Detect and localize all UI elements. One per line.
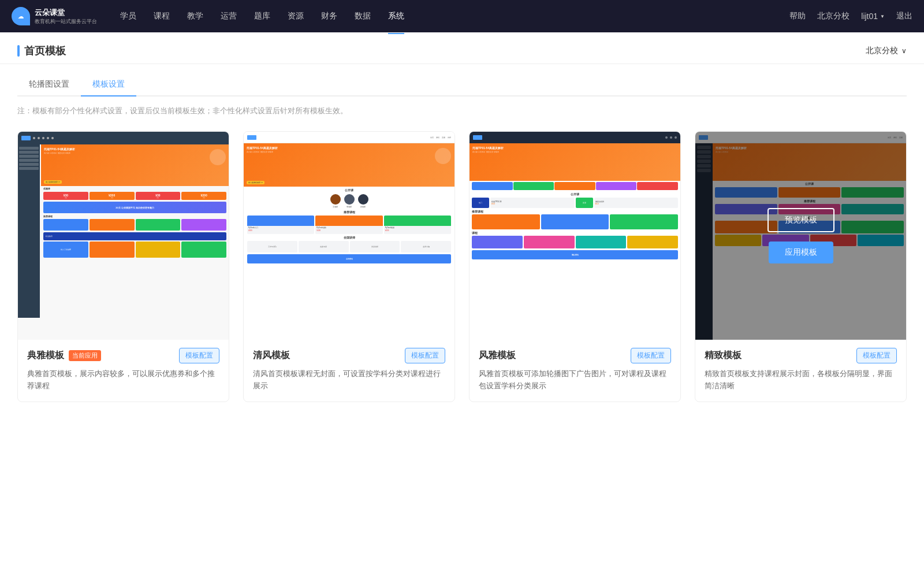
current-badge-elegant: 当前应用 <box>69 350 101 361</box>
template-card-fengya: 托福TP01-54真题及解析 四六级 口语考试 ·雅思北语 ·录取率 公开课 <box>469 131 681 402</box>
template-desc-refined: 精致首页模板支持课程展示封面，各模板分隔明显，界面简洁清晰 <box>705 368 897 392</box>
preview-button-breeze[interactable]: 预览模板 <box>316 208 383 232</box>
template-desc-elegant: 典雅首页模板，展示内容较多，可以展示优惠券和多个推荐课程 <box>27 368 219 392</box>
template-preview-refined[interactable]: 首页 课程 直播 <box>695 132 906 340</box>
template-card-breeze: 首页 课程 直播 讲师 托福TP01-54真题及解析 四六级 口语考试 ·雅思北… <box>243 131 455 402</box>
templates-grid: 托福TP01-54真题及解析 四六级 口语考试 ·雅思北语 ·录取率 插入题课程… <box>0 125 924 419</box>
config-button-elegant[interactable]: 模板配置 <box>179 348 219 363</box>
preview-button-fengya[interactable]: 预览模板 <box>542 208 609 232</box>
template-name-row-fengya: 风雅模板 模板配置 <box>479 348 671 363</box>
preview-button-refined[interactable]: 预览模板 <box>767 208 834 232</box>
nav-item-finance[interactable]: 财务 <box>321 9 337 24</box>
navigation: ☁ 云朵课堂 教育机构一站式服务云平台 学员 课程 教学 运营 题库 资源 财务… <box>0 0 924 32</box>
school-selector[interactable]: 北京分校 <box>866 46 907 56</box>
template-desc-fengya: 风雅首页模板可添加轮播图下广告图片，可对课程及课程包设置学科分类展示 <box>479 368 671 392</box>
nav-item-system[interactable]: 系统 <box>388 9 404 24</box>
tabs-container: 轮播图设置 模板设置 <box>0 64 924 96</box>
template-name-row-breeze: 清风模板 模板配置 <box>253 348 445 363</box>
template-info-elegant: 典雅模板 当前应用 模板配置 典雅首页模板，展示内容较多，可以展示优惠券和多个推… <box>18 340 229 402</box>
config-button-refined[interactable]: 模板配置 <box>856 348 897 363</box>
config-button-fengya[interactable]: 模板配置 <box>631 348 671 363</box>
nav-item-resources[interactable]: 资源 <box>288 9 304 24</box>
template-preview-breeze[interactable]: 首页 课程 直播 讲师 托福TP01-54真题及解析 四六级 口语考试 ·雅思北… <box>244 132 454 340</box>
nav-item-teaching[interactable]: 教学 <box>187 9 203 24</box>
tab-template[interactable]: 模板设置 <box>81 73 136 96</box>
page-title: 首页模板 <box>17 44 66 58</box>
apply-button-breeze[interactable]: 应用模板 <box>317 242 382 263</box>
template-name-elegant: 典雅模板 <box>27 350 64 362</box>
nav-item-questions[interactable]: 题库 <box>254 9 270 24</box>
logo-icon: ☁ <box>12 7 30 25</box>
template-info-breeze: 清风模板 模板配置 清风首页模板课程无封面，可设置按学科分类对课程进行展示 <box>244 340 454 402</box>
nav-right: 帮助 北京分校 lijt01 退出 <box>789 11 912 21</box>
template-name-row-elegant: 典雅模板 当前应用 模板配置 <box>27 348 219 363</box>
template-info-fengya: 风雅模板 模板配置 风雅首页模板可添加轮播图下广告图片，可对课程及课程包设置学科… <box>470 340 680 402</box>
logo[interactable]: ☁ 云朵课堂 教育机构一站式服务云平台 <box>12 7 97 25</box>
preview-button-elegant[interactable]: 预览模板 <box>90 208 157 232</box>
template-card-elegant: 托福TP01-54真题及解析 四六级 口语考试 ·雅思北语 ·录取率 插入题课程… <box>17 131 229 402</box>
template-desc-breeze: 清风首页模板课程无封面，可设置按学科分类对课程进行展示 <box>253 368 445 392</box>
template-preview-elegant[interactable]: 托福TP01-54真题及解析 四六级 口语考试 ·雅思北语 ·录取率 插入题课程… <box>18 132 229 340</box>
nav-item-operations[interactable]: 运营 <box>221 9 237 24</box>
logo-text: 云朵课堂 教育机构一站式服务云平台 <box>35 8 97 25</box>
nav-items: 学员 课程 教学 运营 题库 资源 财务 数据 系统 <box>120 9 789 24</box>
apply-button-elegant[interactable]: 应用模板 <box>91 242 156 263</box>
preview-overlay-refined: 预览模板 应用模板 <box>695 132 906 340</box>
apply-button-refined[interactable]: 应用模板 <box>769 242 833 263</box>
note-text: 注：模板有部分个性化样式设置，设置后仅当前模板生效；非个性化样式设置后针对所有模… <box>0 96 924 125</box>
template-name-breeze: 清风模板 <box>253 350 290 362</box>
tab-carousel[interactable]: 轮播图设置 <box>17 73 81 96</box>
template-name-row-refined: 精致模板 模板配置 <box>705 348 897 363</box>
nav-user[interactable]: lijt01 <box>861 12 885 21</box>
nav-logout[interactable]: 退出 <box>896 11 912 21</box>
nav-school[interactable]: 北京分校 <box>817 11 850 21</box>
nav-item-students[interactable]: 学员 <box>120 9 136 24</box>
template-info-refined: 精致模板 模板配置 精致首页模板支持课程展示封面，各模板分隔明显，界面简洁清晰 <box>695 340 906 402</box>
tabs: 轮播图设置 模板设置 <box>17 73 907 96</box>
apply-button-fengya[interactable]: 应用模板 <box>543 242 608 263</box>
nav-help[interactable]: 帮助 <box>789 11 806 21</box>
template-name-refined: 精致模板 <box>705 350 742 362</box>
page-content: 首页模板 北京分校 轮播图设置 模板设置 注：模板有部分个性化样式设置，设置后仅… <box>0 32 924 572</box>
template-name-fengya: 风雅模板 <box>479 350 516 362</box>
template-preview-fengya[interactable]: 托福TP01-54真题及解析 四六级 口语考试 ·雅思北语 ·录取率 公开课 <box>470 132 680 340</box>
config-button-breeze[interactable]: 模板配置 <box>405 348 445 363</box>
page-header: 首页模板 北京分校 <box>0 32 924 64</box>
nav-item-courses[interactable]: 课程 <box>154 9 170 24</box>
template-card-refined: 首页 课程 直播 <box>695 131 907 402</box>
nav-item-data[interactable]: 数据 <box>355 9 371 24</box>
